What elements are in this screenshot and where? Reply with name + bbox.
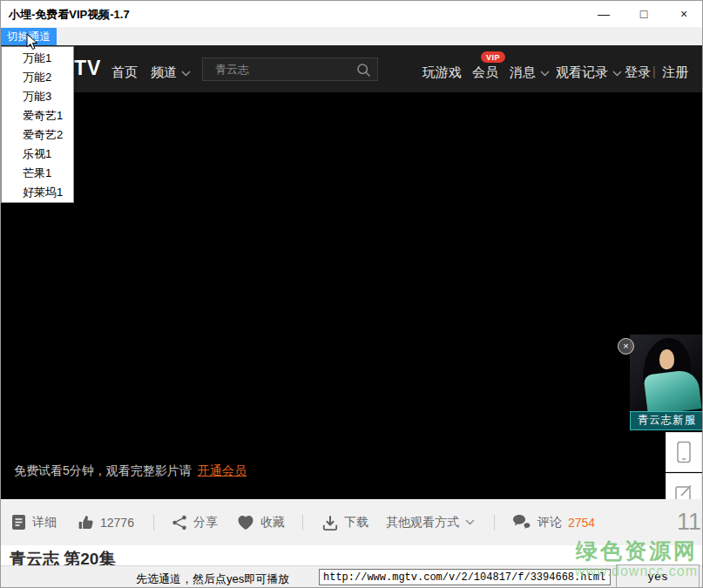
- chevron-down-icon: [540, 71, 550, 77]
- nav-login[interactable]: 登录: [625, 64, 651, 81]
- ad-close-icon[interactable]: ×: [618, 338, 634, 355]
- chevron-down-icon: [181, 71, 191, 77]
- mobile-app-button[interactable]: [666, 432, 702, 472]
- toolbar-divider: [153, 515, 154, 531]
- share-icon: [172, 515, 187, 531]
- nav-home[interactable]: 首页: [112, 64, 138, 81]
- yes-button[interactable]: yes: [616, 564, 700, 588]
- action-toolbar: 详细 12776 分享 收藏 下载 其他观看方式 评论 2754: [1, 499, 703, 545]
- share-button[interactable]: 分享: [172, 515, 218, 531]
- status-hint: 先选通道，然后点yes即可播放: [136, 571, 289, 587]
- channel-option[interactable]: 乐视1: [2, 145, 73, 164]
- menubar: 切换通道: [1, 27, 703, 45]
- titlebar: 小埋-免费看VIP视频-1.7 — □ ×: [1, 1, 703, 27]
- vip-badge: VIP: [481, 51, 505, 63]
- minimize-button[interactable]: —: [584, 1, 624, 27]
- nav-register[interactable]: 注册: [662, 64, 688, 81]
- search-input[interactable]: [203, 58, 351, 80]
- favorite-button[interactable]: 收藏: [237, 515, 285, 531]
- trial-notice: 免费试看5分钟，观看完整影片请开通会员: [14, 463, 247, 479]
- channel-option[interactable]: 爱奇艺1: [2, 106, 73, 125]
- channel-option[interactable]: 芒果1: [2, 164, 73, 183]
- phone-icon: [676, 441, 692, 463]
- comments-icon: [512, 514, 531, 531]
- search-box: [202, 57, 378, 81]
- comments-count: 2754: [568, 516, 595, 530]
- play-count: 110: [677, 509, 703, 536]
- app-window: 小埋-免费看VIP视频-1.7 — □ × 切换通道 TV 首页 频道 玩游戏 …: [0, 0, 703, 588]
- channel-option[interactable]: 好莱坞1: [2, 183, 73, 202]
- maximize-button[interactable]: □: [624, 1, 664, 27]
- window-title: 小埋-免费看VIP视频-1.7: [9, 7, 130, 23]
- nav-divider: |: [652, 64, 656, 78]
- toolbar-divider: [302, 515, 303, 531]
- download-button[interactable]: 下载: [322, 515, 368, 531]
- nav-messages[interactable]: 消息: [510, 64, 550, 81]
- url-input[interactable]: [319, 569, 611, 585]
- video-title-strip: 青云志 第20集: [1, 545, 703, 565]
- ad-character-image: [630, 335, 703, 413]
- other-watch-modes-button[interactable]: 其他观看方式: [386, 515, 475, 531]
- open-vip-link[interactable]: 开通会员: [198, 463, 247, 477]
- thumbs-up-icon: [78, 514, 94, 531]
- channel-option[interactable]: 万能1: [2, 49, 73, 68]
- nav-channels[interactable]: 频道: [151, 64, 191, 81]
- window-controls: — □ ×: [584, 1, 703, 27]
- video-title: 青云志 第20集: [10, 548, 115, 565]
- promo-ad[interactable]: × 青云志新服: [630, 335, 703, 430]
- ad-character-robe: [643, 368, 701, 413]
- document-icon: [11, 514, 26, 531]
- chevron-down-icon: [612, 71, 622, 77]
- nav-member[interactable]: 会员: [472, 64, 498, 81]
- video-player[interactable]: 免费试看5分钟，观看完整影片请开通会员 × 青云志新服: [1, 92, 703, 499]
- channel-option[interactable]: 万能2: [2, 68, 73, 87]
- nav-watch-history[interactable]: 观看记录: [556, 64, 622, 81]
- toolbar-divider: [494, 515, 495, 531]
- statusbar: 先选通道，然后点yes即可播放 yes: [1, 565, 703, 588]
- detail-button[interactable]: 详细: [11, 514, 57, 531]
- site-nav: TV 首页 频道 玩游戏 VIP 会员 消息 观看记录 登录 | 注册: [1, 45, 703, 92]
- site-logo[interactable]: TV: [74, 57, 101, 80]
- nav-play-games[interactable]: 玩游戏: [422, 64, 462, 81]
- download-icon: [322, 515, 338, 531]
- like-button[interactable]: 12776: [78, 514, 134, 531]
- ad-character-face: [659, 349, 674, 369]
- search-icon[interactable]: [356, 63, 371, 78]
- comments-button[interactable]: 评论 2754: [512, 514, 595, 531]
- channel-option[interactable]: 万能3: [2, 87, 73, 106]
- channel-dropdown: 万能1 万能2 万能3 爱奇艺1 爱奇艺2 乐视1 芒果1 好莱坞1: [1, 46, 74, 203]
- channel-option[interactable]: 爱奇艺2: [2, 125, 73, 145]
- heart-icon: [237, 515, 254, 531]
- chevron-down-icon: [465, 519, 475, 525]
- ad-banner: 青云志新服: [630, 411, 703, 430]
- mouse-cursor-icon: [26, 33, 38, 51]
- close-button[interactable]: ×: [664, 1, 703, 27]
